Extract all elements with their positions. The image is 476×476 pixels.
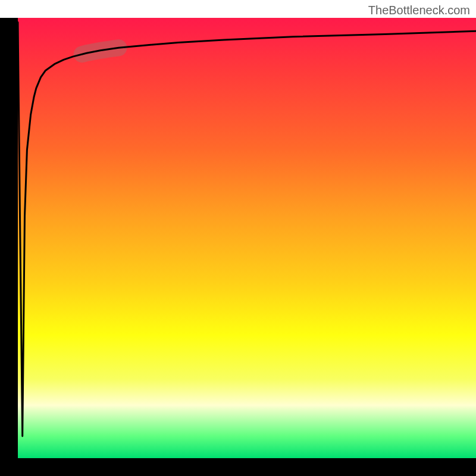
curve-svg	[18, 18, 476, 458]
attribution-text: TheBottleneck.com	[368, 4, 470, 17]
bottleneck-curve	[18, 22, 476, 436]
plot-outer-frame	[0, 18, 476, 476]
plot-area	[18, 18, 476, 458]
